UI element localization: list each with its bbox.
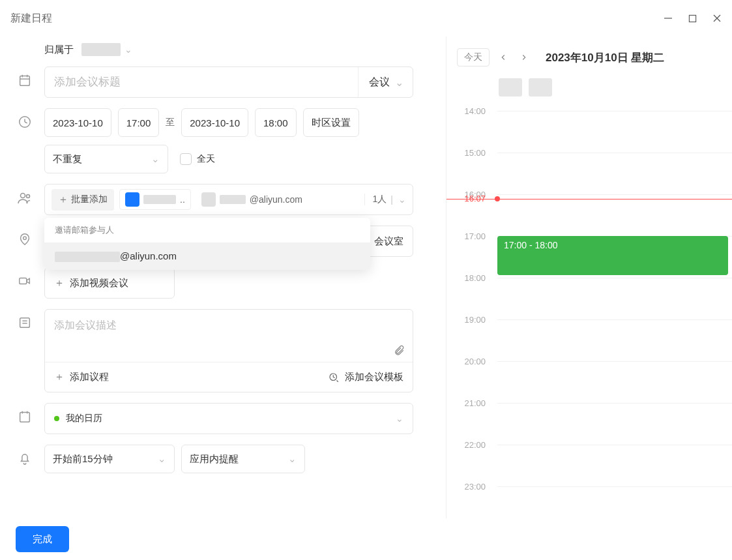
dropdown-item[interactable]: @aliyun.com <box>44 243 370 270</box>
svg-point-13 <box>23 237 27 240</box>
clock-icon <box>16 108 34 129</box>
title-box: 会议 ⌄ <box>44 66 413 98</box>
timezone-button[interactable]: 时区设置 <box>303 108 359 137</box>
start-time-input[interactable]: 17:00 <box>118 108 160 137</box>
hour-row: 21:00 <box>497 403 732 445</box>
chevron-down-icon: ⌄ <box>158 453 166 465</box>
event-block[interactable]: 17:00 - 18:00 <box>497 236 728 275</box>
titlebar: 新建日程 <box>0 0 732 37</box>
plus-icon: ＋ <box>58 193 68 207</box>
event-type-select[interactable]: 会议 ⌄ <box>358 67 403 97</box>
meeting-room-button[interactable]: 会议室 <box>374 235 403 248</box>
hour-row: 14:00 <box>497 111 732 153</box>
allday-label: 全天 <box>197 153 215 165</box>
hour-row: 20:00 <box>497 361 732 403</box>
hour-row: 22:00 <box>497 445 732 486</box>
now-indicator: 16:07 <box>447 199 732 199</box>
attendee-count-button[interactable]: 1人 | ⌄ <box>364 194 406 205</box>
hour-row: 19:00 <box>497 319 732 361</box>
hour-label: 21:00 <box>447 398 492 408</box>
end-time-input[interactable]: 18:00 <box>255 108 297 137</box>
svg-point-12 <box>27 195 30 198</box>
plus-icon: ＋ <box>54 276 65 290</box>
svg-point-11 <box>21 194 25 198</box>
today-button[interactable]: 今天 <box>457 48 490 66</box>
hour-label: 17:00 <box>447 231 492 241</box>
location-icon <box>16 226 34 246</box>
hour-label: 20:00 <box>447 357 492 366</box>
date-header: 2023年10月10日 星期二 <box>546 50 664 65</box>
svg-rect-1 <box>689 15 695 22</box>
attendee-avatars-row <box>447 78 732 104</box>
day-grid[interactable]: 14:0015:0016:0017:0018:0019:0020:0021:00… <box>447 104 732 518</box>
svg-rect-19 <box>20 413 30 422</box>
title-icon <box>16 66 34 87</box>
event-type-label: 会议 <box>369 76 390 89</box>
reminder-time-select[interactable]: 开始前15分钟 ⌄ <box>44 445 175 473</box>
allday-checkbox[interactable] <box>180 153 192 165</box>
attendees-box[interactable]: ＋ 批量添加 .. @aliyun.com 1人 <box>44 184 413 215</box>
hour-row: 16:00 <box>497 194 732 236</box>
add-agenda-button[interactable]: ＋ 添加议程 <box>54 370 109 384</box>
prev-day-button[interactable] <box>496 53 510 62</box>
hour-label: 23:00 <box>447 482 492 492</box>
video-icon <box>16 267 34 288</box>
minimize-button[interactable] <box>664 14 673 23</box>
meeting-title-input[interactable] <box>54 76 358 89</box>
attendee-chip[interactable]: @aliyun.com <box>196 190 308 209</box>
description-box: 添加会议描述 ＋ 添加议程 添加会议模板 <box>44 309 413 392</box>
attendee-chip[interactable]: .. <box>119 189 191 210</box>
day-view-panel: 今天 2023年10月10日 星期二 14:0015:0016:0017:001… <box>446 37 732 518</box>
hour-row: 18:00 <box>497 278 732 319</box>
hour-label: 19:00 <box>447 315 492 325</box>
svg-rect-14 <box>20 278 27 284</box>
repeat-select[interactable]: 不重复 ⌄ <box>44 145 168 173</box>
description-icon <box>16 309 34 330</box>
attachment-icon[interactable] <box>393 345 405 357</box>
owner-label: 归属于 <box>44 44 74 56</box>
plus-icon: ＋ <box>54 370 65 384</box>
svg-line-10 <box>25 122 27 123</box>
add-video-button[interactable]: ＋ 添加视频会议 <box>44 267 175 299</box>
avatar-icon <box>201 192 216 207</box>
chevron-down-icon: ⌄ <box>398 194 406 205</box>
chevron-down-icon: ⌄ <box>151 153 160 165</box>
svg-rect-15 <box>20 318 30 328</box>
svg-rect-4 <box>20 76 30 86</box>
bell-icon <box>16 445 34 465</box>
hour-label: 15:00 <box>447 148 492 158</box>
window-controls <box>664 14 722 23</box>
batch-add-button[interactable]: ＋ 批量添加 <box>51 189 114 211</box>
calendar-select[interactable]: 我的日历 ⌄ <box>44 403 413 434</box>
calendar-icon <box>16 403 34 424</box>
chevron-down-icon: ⌄ <box>395 76 403 89</box>
form-panel: 归属于 ⌄ 会议 ⌄ <box>0 37 446 518</box>
hour-label: 22:00 <box>447 440 492 450</box>
hour-row: 23:00 <box>497 486 732 518</box>
calendar-dot-icon <box>54 416 59 421</box>
window-title: 新建日程 <box>10 12 52 25</box>
template-icon <box>328 372 340 383</box>
close-button[interactable] <box>712 14 722 23</box>
description-input[interactable]: 添加会议描述 <box>45 310 413 362</box>
chevron-down-icon: ⌄ <box>396 413 403 424</box>
next-day-button[interactable] <box>517 53 531 62</box>
avatar-icon <box>125 192 139 207</box>
avatar-icon <box>499 78 522 96</box>
avatar-icon <box>529 78 552 96</box>
end-date-input[interactable]: 2023-10-10 <box>181 108 248 137</box>
hour-label: 18:00 <box>447 273 492 283</box>
now-dot-icon <box>495 196 500 201</box>
hour-label: 14:00 <box>447 106 492 116</box>
chevron-down-icon: ⌄ <box>288 453 297 465</box>
reminder-method-select[interactable]: 应用内提醒 ⌄ <box>181 445 305 473</box>
maximize-button[interactable] <box>688 14 697 23</box>
dropdown-header: 邀请邮箱参与人 <box>44 218 370 243</box>
done-button[interactable]: 完成 <box>16 526 69 552</box>
footer: 完成 <box>0 518 732 560</box>
hour-row: 15:00 <box>497 153 732 194</box>
owner-select[interactable]: ⌄ <box>81 43 132 56</box>
to-label: 至 <box>166 117 175 128</box>
start-date-input[interactable]: 2023-10-10 <box>44 108 111 137</box>
add-template-button[interactable]: 添加会议模板 <box>328 370 403 384</box>
